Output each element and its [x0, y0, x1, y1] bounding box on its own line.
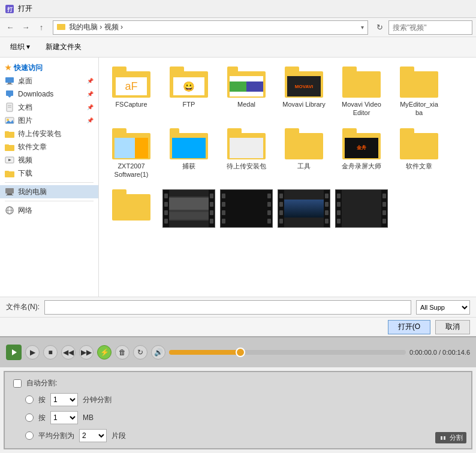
nav-bar: ← → ↑ 我的电脑 › 视频 › ▾ ↻: [0, 18, 476, 37]
svg-rect-5: [8, 83, 11, 84]
sidebar-item-upload-pkg[interactable]: 待上传安装包: [0, 127, 98, 140]
badge-label: 分割: [450, 433, 463, 442]
divider2: [5, 201, 94, 201]
file-item-video3[interactable]: [278, 186, 330, 233]
file-label-jinzhou: 金舟录屏大师: [342, 162, 381, 170]
svg-rect-3: [57, 24, 61, 26]
file-item-tools[interactable]: 工具: [278, 125, 330, 182]
file-item-video4[interactable]: [335, 186, 388, 233]
address-dropdown-icon[interactable]: ▾: [361, 24, 364, 31]
avg-select[interactable]: 2: [79, 429, 107, 442]
file-item-movavi-library[interactable]: MOVAVI Movavi Library: [278, 64, 330, 120]
file-item-capture[interactable]: 捕获: [162, 125, 215, 182]
svg-marker-8: [7, 95, 12, 98]
up-button[interactable]: ↑: [35, 21, 48, 34]
cancel-button[interactable]: 取消: [435, 320, 470, 334]
sidebar-item-pictures[interactable]: 图片 📌: [0, 114, 98, 127]
delete-button[interactable]: 🗑: [115, 345, 129, 360]
svg-rect-16: [5, 131, 9, 133]
file-item-folder13[interactable]: [105, 186, 158, 233]
mb-select[interactable]: 1: [50, 411, 78, 424]
sidebar-item-my-computer[interactable]: 我的电脑: [0, 185, 98, 198]
svg-rect-25: [6, 195, 13, 195]
folder-icon-capture: [170, 128, 208, 159]
sidebar-label-downloads: Downloads: [18, 90, 53, 98]
folder-icon-13: [112, 189, 150, 221]
content-area: ★ 快速访问 桌面 📌 Downloads 📌: [0, 58, 476, 297]
file-item-medal[interactable]: Medal: [220, 64, 273, 120]
folder-icon-fscapture: aF: [112, 67, 150, 98]
file-item-movavi-editor[interactable]: Movavi Video Editor: [335, 64, 388, 120]
bottom-badge: 分割: [435, 432, 466, 443]
new-folder-button[interactable]: 新建文件夹: [40, 40, 87, 55]
next-button[interactable]: ▶▶: [79, 345, 94, 360]
file-label-zxt: ZXT2007 Software(1): [108, 162, 155, 179]
file-item-upload-pkg2[interactable]: 待上传安装包: [220, 125, 273, 182]
sidebar-item-software-article[interactable]: 软件文章: [0, 140, 98, 153]
file-item-video1[interactable]: [162, 186, 215, 233]
folder-icon-upload: [5, 129, 14, 138]
sidebar-item-network[interactable]: 网络: [0, 204, 98, 217]
svg-text:打: 打: [7, 7, 13, 13]
divider: [5, 182, 94, 183]
play-button[interactable]: ▶: [25, 345, 40, 360]
video-thumb-4: [335, 189, 388, 228]
by-minutes-label: 按: [38, 395, 46, 405]
file-label-tools: 工具: [297, 162, 311, 170]
player-logo: [6, 345, 22, 360]
file-label-ftp: FTP: [183, 100, 195, 108]
file-label-software-article2: 软件文章: [406, 162, 432, 170]
folder-icon-tools: [285, 128, 323, 159]
avg-split-row: 平均分割为 2 片段: [13, 429, 463, 442]
file-item-myeditor[interactable]: MyEditor_xia ba: [393, 64, 445, 120]
sidebar-item-documents[interactable]: 文档 📌: [0, 101, 98, 114]
filename-input[interactable]: [44, 300, 411, 315]
minutes-select[interactable]: 1: [50, 393, 78, 406]
sidebar-item-download2[interactable]: 下载: [0, 167, 98, 180]
back-button[interactable]: ←: [4, 21, 17, 34]
avg-split-label: 平均分割为: [38, 431, 74, 441]
file-label-upload-pkg2: 待上传安装包: [227, 162, 266, 170]
file-item-fscapture[interactable]: aF FSCapture: [105, 64, 158, 120]
file-item-ftp[interactable]: 😀 FTP: [162, 64, 215, 120]
open-button[interactable]: 打开(O: [388, 320, 430, 334]
file-item-video2[interactable]: [220, 186, 273, 233]
sidebar-label-video: 视频: [18, 155, 32, 165]
search-input[interactable]: [388, 20, 472, 35]
file-area: aF FSCapture 😀 FTP: [99, 58, 476, 297]
sidebar: ★ 快速访问 桌面 📌 Downloads 📌: [0, 58, 99, 297]
file-item-jinzhou[interactable]: 金舟 金舟录屏大师: [335, 125, 388, 182]
sidebar-item-video[interactable]: 视频: [0, 153, 98, 167]
sidebar-label-network: 网络: [18, 206, 32, 216]
organize-button[interactable]: 组织 ▾: [5, 40, 35, 55]
sidebar-item-desktop[interactable]: 桌面 📌: [0, 74, 98, 87]
quick-access-header[interactable]: ★ 快速访问: [0, 61, 98, 74]
loop-button[interactable]: ↻: [133, 345, 147, 360]
time-display: 0:00:00.0 / 0:00:14.6: [409, 349, 470, 356]
window-title: 打开: [18, 4, 32, 14]
auto-split-checkbox[interactable]: [13, 379, 22, 388]
volume-button[interactable]: 🔊: [151, 345, 165, 360]
video-thumb-2: [220, 189, 273, 228]
svg-rect-23: [5, 188, 14, 194]
by-minutes-radio[interactable]: [25, 395, 34, 404]
prev-button[interactable]: ◀◀: [61, 345, 76, 360]
sidebar-label-my-computer: 我的电脑: [18, 187, 47, 197]
address-bar[interactable]: 我的电脑 › 视频 › ▾: [53, 20, 368, 35]
forward-button[interactable]: →: [19, 21, 32, 34]
by-mb-radio[interactable]: [25, 413, 34, 422]
filetype-select[interactable]: All Supp: [416, 300, 470, 315]
address-folder-icon: [57, 22, 65, 32]
player-area: ▶ ■ ◀◀ ▶▶ ⚡ 🗑 ↻ 🔊 0:00:00.0 / 0:00:14.6: [0, 336, 476, 367]
magic-button[interactable]: ⚡: [97, 345, 112, 360]
file-label-capture: 捕获: [182, 162, 195, 170]
avg-split-radio[interactable]: [25, 431, 34, 440]
progress-bar[interactable]: [169, 350, 406, 355]
file-item-software-article2[interactable]: 软件文章: [393, 125, 445, 182]
progress-thumb[interactable]: [236, 348, 245, 357]
svg-rect-6: [7, 84, 13, 84]
stop-button[interactable]: ■: [43, 345, 58, 360]
file-item-zxt[interactable]: ZXT2007 Software(1): [105, 125, 158, 182]
refresh-button[interactable]: ↻: [373, 21, 386, 34]
sidebar-item-downloads[interactable]: Downloads 📌: [0, 87, 98, 101]
